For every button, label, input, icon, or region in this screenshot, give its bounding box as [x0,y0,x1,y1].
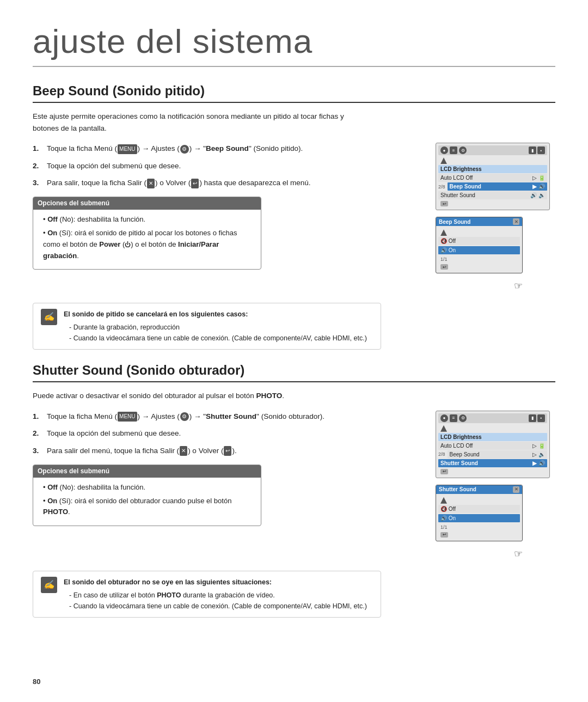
settings-status-icon: ⚙ [459,146,467,154]
beep-screen2: Beep Sound ✕ 🔇 Off 🔊 On 1/1 [436,217,523,273]
beep-note-box: ✍ El sonido de pitido se cancelará en lo… [33,303,381,350]
shutter-steps: 1. Toque la ficha Menú (MENU) → Ajustes … [33,411,425,457]
shutter-screenshots: ● ≡ ⚙ ▮ ▪ LCD Brightness Auto LCD Off [436,411,555,560]
popup-nav-back: ↩ [438,263,520,271]
batt-icon: ▮ [529,146,536,154]
menu-row-beep2: Beep Sound ▷ 🔈 [448,450,547,459]
mem-icon2: ▪ [537,414,545,422]
shutter-submenu-box: Opciones del submenú Off (No): deshabili… [33,465,261,527]
step-3: 3. Para salir, toque la ficha Salir (✕) … [33,177,425,189]
menu-status-icon: ≡ [450,146,457,154]
popup-title-bar: Beep Sound ✕ [436,217,522,226]
menu-icon2: MENU [118,412,137,422]
beep-option-on: On (Sí): oirá el sonido de pitido al poc… [43,228,253,261]
note-line1: - Durante la grabación, reproducción [64,322,367,333]
note-icon: ✍ [41,309,57,325]
arrow-up-icon2 [440,229,447,236]
mem-icon: ▪ [537,146,545,154]
shutter-popup-on-option: 🔊 On [438,514,520,522]
shutter-step-3: 3. Para salir del menú, toque la ficha S… [33,445,425,457]
note-line2: - Cuando la videocámara tiene un cable d… [64,333,367,344]
exit-icon2: ✕ [180,446,187,456]
beep-sound-heading: Beep Sound (Sonido pitido) [33,83,555,103]
beep-sound-section: Beep Sound (Sonido pitido) Este ajuste p… [33,83,555,350]
menu-status-icon2: ≡ [450,414,457,422]
menu-row-beep: Beep Sound ▶ 🔊 [448,182,547,191]
shutter-submenu-title: Opciones del submenú [33,465,261,478]
arrow-up-icon [440,157,447,164]
nav-up [438,156,547,165]
back-btn4: ↩ [440,532,448,538]
back-btn2: ↩ [440,264,448,270]
shutter-note-title: El sonido del obturador no se oye en las… [64,577,367,588]
shutter-option-off: Off (No): deshabilita la función. [43,482,253,493]
nav-back2: ↩ [438,468,547,475]
shutter-note-box: ✍ El sonido del obturador no se oye en l… [33,571,381,618]
batt-icon2: ▮ [529,414,536,422]
arrow-up-icon3 [440,425,447,432]
back-icon: ↩ [191,179,199,188]
menu-icon: MENU [118,144,137,154]
back-btn3: ↩ [440,469,448,474]
beep-sound-steps: 1. Toque la ficha Menú (MENU) → Ajustes … [33,143,425,189]
step-2: 2. Toque la opción del submenú que desee… [33,160,425,172]
menu-row-autolcd2: Auto LCD Off ▷ 🔋 [438,442,547,450]
note-title: El sonido de pitido se cancelará en los … [64,309,367,320]
beep-option-off: Off (No): deshabilita la función. [43,214,253,225]
shutter-popup-off-option: 🔇 Off [438,505,520,513]
shutter-sound-intro: Puede activar o desactivar el sonido del… [33,390,370,402]
shutter-option-on: On (Sí): oirá el sonido del obturador cu… [43,496,253,518]
note-content: El sonido de pitido se cancelará en los … [64,309,367,344]
page-title: ajuste del sistema [33,22,555,67]
popup-nav-up [438,228,520,237]
shutter-note-line1: - En caso de utilizar el botón PHOTO dur… [64,590,367,601]
shutter-screen2: Shutter Sound ✕ 🔇 Off 🔊 On 1/1 ↩ [436,485,523,541]
shutter-screen1: ● ≡ ⚙ ▮ ▪ LCD Brightness Auto LCD Off [436,411,550,478]
page-num: 2/8 [438,184,445,190]
shutter-sound-section: Shutter Sound (Sonido obturador) Puede a… [33,363,555,618]
shutter-popup-page: 1/1 [438,523,520,531]
power-status-icon2: ● [440,414,448,422]
menu-row-lcd: LCD Brightness [438,165,547,173]
step-1: 1. Toque la ficha Menú (MENU) → Ajustes … [33,143,425,155]
shutter-note-icon: ✍ [41,577,57,593]
beep-submenu-options: Off (No): deshabilita la función. On (Sí… [41,214,253,261]
shutter-popup-nav-up [438,496,520,505]
popup-off-option: 🔇 Off [438,237,520,245]
arrow-up-icon4 [440,497,447,504]
settings-icon: ⚙ [180,145,189,154]
shutter-popup-close-btn: ✕ [513,486,519,493]
exit-icon: ✕ [147,179,155,188]
back-icon2: ↩ [224,446,231,456]
shutter-note-content: El sonido del obturador no se oye en las… [64,577,367,612]
popup-on-option: 🔊 On [438,246,520,254]
shutter-sound-heading: Shutter Sound (Sonido obturador) [33,363,555,382]
nav-up2 [438,424,547,433]
beep-screenshots: ● ≡ ⚙ ▮ ▪ LCD Brightness [436,143,555,292]
touch-indicator: ☞ [436,280,523,292]
page-number: 80 [33,677,40,686]
shutter-touch-indicator: ☞ [436,548,523,560]
power-status-icon: ● [440,146,448,154]
settings-icon2: ⚙ [180,412,189,421]
menu-row-autolcd: Auto LCD Off ▷ 🔋 [438,174,547,182]
beep-screen1: ● ≡ ⚙ ▮ ▪ LCD Brightness [436,143,550,210]
shutter-popup-nav-back: ↩ [438,531,520,539]
nav-down: ↩ [438,200,547,207]
beep-sound-instructions: 1. Toque la ficha Menú (MENU) → Ajustes … [33,143,425,292]
beep-submenu-title: Opciones del submenú [33,197,261,210]
shutter-note-line2: - Cuando la videocámara tiene un cable d… [64,601,367,612]
shutter-sound-instructions: 1. Toque la ficha Menú (MENU) → Ajustes … [33,411,425,560]
back-btn: ↩ [440,201,448,206]
page-num2: 2/8 [438,451,445,457]
beep-submenu-box: Opciones del submenú Off (No): deshabili… [33,197,261,270]
menu-row-lcd2: LCD Brightness [438,433,547,441]
menu-row-shutter: Shutter Sound 🔊 🔈 [438,191,547,199]
shutter-popup-title-bar: Shutter Sound ✕ [436,485,522,494]
menu-row-shutter2: Shutter Sound ▶ 🔊 [438,459,547,467]
shutter-step-1: 1. Toque la ficha Menú (MENU) → Ajustes … [33,411,425,423]
settings-status-icon2: ⚙ [459,414,467,422]
beep-sound-intro: Este ajuste permite operaciones como la … [33,111,370,134]
shutter-submenu-options: Off (No): deshabilita la función. On (Sí… [41,482,253,518]
shutter-step-2: 2. Toque la opción del submenú que desee… [33,428,425,439]
